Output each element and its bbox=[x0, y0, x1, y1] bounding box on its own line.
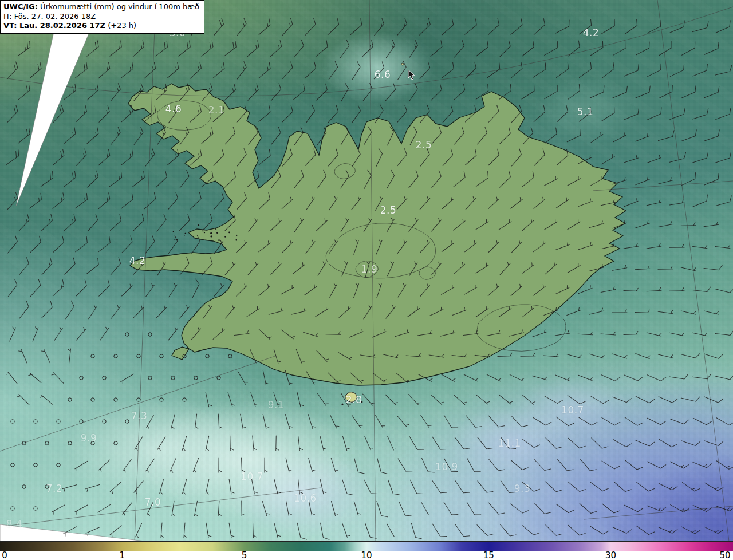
title-line-init-time: IT: Fös. 27. 02. 2026 18Z bbox=[3, 12, 199, 22]
precip-value-label: 10.6 bbox=[294, 492, 317, 504]
colorbar-tick-label: 50 bbox=[719, 550, 730, 560]
precip-value-label: 10.9 bbox=[435, 461, 458, 472]
colorbar-tick-label: 15 bbox=[483, 550, 494, 560]
precip-value-label: 6.6 bbox=[375, 69, 391, 80]
title-line-product: UWC/IG: Úrkomumætti (mm) og vindur í 100… bbox=[3, 2, 199, 12]
precip-value-label: 7.3 bbox=[131, 410, 148, 421]
precip-value-label: 9.9 bbox=[81, 432, 97, 444]
precip-value-label: 7.0 bbox=[145, 496, 161, 508]
precip-value-label: 2.8 bbox=[346, 394, 362, 405]
precip-value-label: 5.1 bbox=[577, 106, 594, 117]
precip-value-label: 2.5 bbox=[416, 139, 432, 151]
colorbar-tick-label: 30 bbox=[605, 550, 616, 560]
wind-barbs bbox=[6, 18, 733, 540]
colorbar-tick-label: 5 bbox=[242, 550, 247, 560]
colorbar-tick-labels: 01510153050 bbox=[0, 550, 733, 560]
precip-value-label: 9.3 bbox=[514, 483, 531, 494]
model-label: UWC/IG: bbox=[3, 2, 38, 11]
colorbar: 01510153050 bbox=[0, 541, 733, 560]
precip-value-label: 10.7 bbox=[241, 471, 263, 482]
precip-value-label: 4.2 bbox=[129, 255, 146, 266]
precip-value-label: 2.5 bbox=[380, 204, 397, 216]
precip-value-label: 4.2 bbox=[583, 27, 600, 38]
title-line-valid-time: VT: Lau. 28.02.2026 17Z (+23 h) bbox=[3, 21, 199, 31]
weather-map-app: 3.04.26.64.62.15.12.52.54.21.92.89.17.39… bbox=[0, 0, 733, 560]
precip-value-label: 4.6 bbox=[165, 103, 182, 115]
precip-value-label: 10.7 bbox=[561, 404, 584, 416]
colorbar-gradient bbox=[0, 541, 733, 551]
title-box: UWC/IG: Úrkomumætti (mm) og vindur í 100… bbox=[0, 0, 204, 34]
colorbar-tick-label: 0 bbox=[2, 550, 7, 560]
precip-value-label: 11.1 bbox=[498, 437, 521, 449]
colorbar-tick-label: 1 bbox=[120, 550, 125, 560]
precip-value-label: 9.1 bbox=[268, 399, 285, 411]
precip-value-label: 1.9 bbox=[361, 263, 378, 275]
colorbar-tick-label: 10 bbox=[361, 550, 372, 560]
map-canvas: 3.04.26.64.62.15.12.52.54.21.92.89.17.39… bbox=[0, 0, 733, 541]
precip-value-label: 7.2 bbox=[46, 483, 63, 494]
precip-value-label: 8.4 bbox=[6, 518, 23, 530]
precip-value-label: 2.1 bbox=[208, 104, 225, 116]
